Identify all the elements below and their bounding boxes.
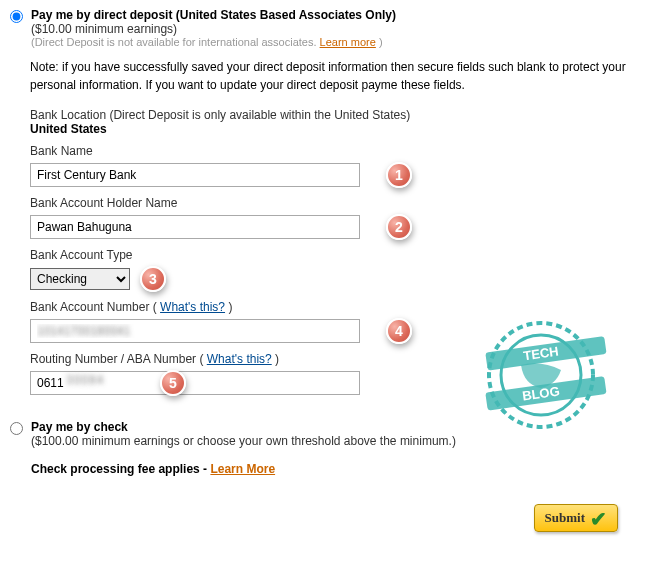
- direct-deposit-subheading: ($10.00 minimum earnings): [31, 22, 396, 36]
- bank-name-input[interactable]: [30, 163, 360, 187]
- routing-label-close: ): [272, 352, 279, 366]
- badge-3-icon: 3: [140, 266, 166, 292]
- direct-deposit-heading: Pay me by direct deposit (United States …: [31, 8, 396, 22]
- badge-2-icon: 2: [386, 214, 412, 240]
- bank-location-label: Bank Location (Direct Deposit is only av…: [30, 108, 636, 122]
- radio-check[interactable]: [10, 422, 23, 435]
- direct-deposit-fineprint: (Direct Deposit is not available for int…: [31, 36, 396, 48]
- fineprint-text: (Direct Deposit is not available for int…: [31, 36, 317, 48]
- routing-blur-text: 30084: [66, 373, 104, 387]
- check-subheading: ($100.00 minimum earnings or choose your…: [31, 434, 456, 448]
- account-number-label-text: Bank Account Number (: [30, 300, 160, 314]
- fineprint-close: ): [376, 36, 383, 48]
- account-number-input[interactable]: [30, 319, 360, 343]
- checkmark-icon: ✔: [590, 509, 607, 529]
- badge-4-icon: 4: [386, 318, 412, 344]
- submit-label: Submit: [545, 510, 585, 526]
- check-heading: Pay me by check: [31, 420, 456, 434]
- whats-this-routing-link[interactable]: What's this?: [207, 352, 272, 366]
- holder-name-input[interactable]: [30, 215, 360, 239]
- badge-1-icon: 1: [386, 162, 412, 188]
- bank-name-label: Bank Name: [30, 144, 636, 158]
- account-number-label: Bank Account Number ( What's this? ): [30, 300, 636, 314]
- whats-this-account-link[interactable]: What's this?: [160, 300, 225, 314]
- routing-number-label: Routing Number / ABA Number ( What's thi…: [30, 352, 636, 366]
- account-type-select[interactable]: Checking: [30, 268, 130, 290]
- account-type-label: Bank Account Type: [30, 248, 636, 262]
- check-learn-more-link[interactable]: Learn More: [210, 462, 275, 476]
- routing-label-text: Routing Number / ABA Number (: [30, 352, 207, 366]
- learn-more-link[interactable]: Learn more: [320, 36, 376, 48]
- submit-button[interactable]: Submit ✔: [534, 504, 618, 532]
- account-number-label-close: ): [225, 300, 232, 314]
- bank-location-value: United States: [30, 122, 636, 136]
- holder-name-label: Bank Account Holder Name: [30, 196, 636, 210]
- check-fee-text: Check processing fee applies -: [31, 462, 210, 476]
- secure-note: Note: if you have successfully saved you…: [30, 58, 636, 94]
- radio-direct-deposit[interactable]: [10, 10, 23, 23]
- badge-5-icon: 5: [160, 370, 186, 396]
